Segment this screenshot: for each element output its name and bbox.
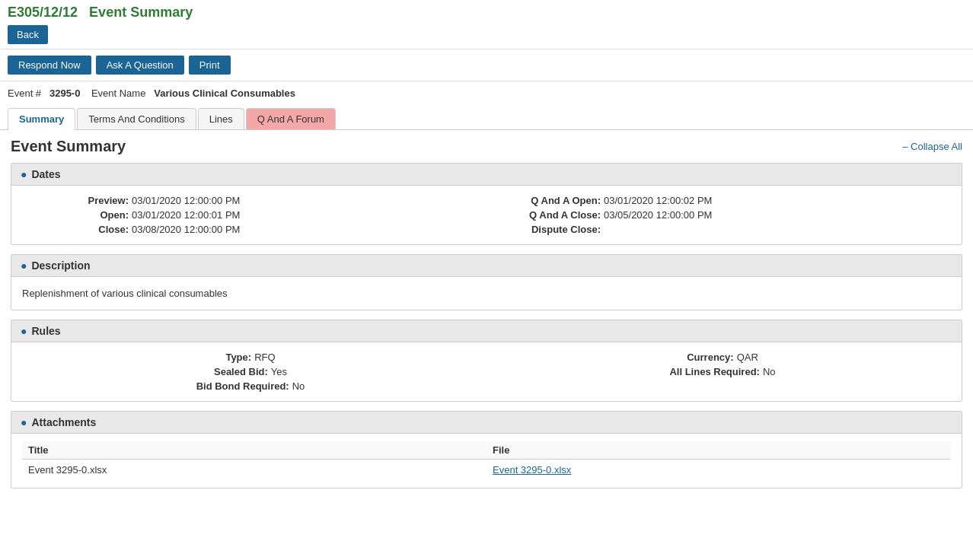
open-label: Open: [22, 209, 129, 221]
section-header: Event Summary – Collapse All [11, 138, 962, 155]
description-text: Replenishment of various clinical consum… [22, 285, 951, 302]
bid-bond-label: Bid Bond Required: [196, 380, 289, 392]
close-label: Close: [22, 224, 129, 235]
close-value: 03/08/2020 12:00:00 PM [132, 224, 240, 235]
attachment-file[interactable]: Event 3295-0.xlsx [486, 460, 951, 481]
event-info: Event # 3295-0 Event Name Various Clinic… [0, 81, 973, 105]
currency-value: QAR [737, 352, 758, 363]
description-card: ● Description Replenishment of various c… [11, 254, 962, 310]
all-lines-value: No [763, 366, 776, 377]
event-number-label: Event # [8, 88, 41, 99]
attachments-card-header: ● Attachments [11, 412, 962, 434]
sealed-bid-label: Sealed Bid: [214, 366, 268, 377]
rules-card-body: Type: RFQ Sealed Bid: Yes Bid Bond Requi… [11, 342, 962, 401]
tab-terms[interactable]: Terms And Conditions [77, 108, 196, 129]
ask-question-button[interactable]: Ask A Question [96, 56, 184, 75]
attachment-file-link[interactable]: Event 3295-0.xlsx [493, 464, 571, 476]
table-row: Event 3295-0.xlsx Event 3295-0.xlsx [22, 460, 951, 481]
col-file: File [486, 441, 951, 460]
rules-icon: ● [21, 325, 27, 337]
attachments-title: Attachments [31, 416, 96, 428]
type-label: Type: [225, 352, 251, 363]
back-button[interactable]: Back [8, 25, 48, 44]
toolbar: Respond Now Ask A Question Print [0, 49, 973, 81]
collapse-all-button[interactable]: – Collapse All [902, 141, 962, 152]
breadcrumb-text: Event Summary [89, 5, 193, 20]
attachments-card-body: Title File Event 3295-0.xlsx Event 3295-… [11, 434, 962, 488]
rules-card: ● Rules Type: RFQ Sealed Bid: Yes Bid Bo… [11, 320, 962, 402]
sealed-bid-value: Yes [271, 366, 287, 377]
event-name-label: Event Name [91, 88, 146, 99]
rules-card-header: ● Rules [11, 320, 962, 342]
dates-card: ● Dates Preview: 03/01/2020 12:00:00 PM … [11, 163, 962, 245]
type-value: RFQ [254, 352, 275, 363]
currency-label: Currency: [687, 352, 733, 363]
dates-card-body: Preview: 03/01/2020 12:00:00 PM Open: 03… [11, 186, 962, 244]
dates-title: Dates [31, 168, 60, 180]
col-title: Title [22, 441, 486, 460]
open-value: 03/01/2020 12:00:01 PM [132, 209, 240, 221]
event-summary-title: Event Summary [11, 138, 126, 155]
description-card-header: ● Description [11, 255, 962, 277]
qa-open-value: 03/01/2020 12:00:02 PM [604, 195, 712, 206]
rules-title: Rules [31, 325, 60, 337]
tab-summary[interactable]: Summary [8, 108, 75, 130]
description-icon: ● [21, 259, 27, 272]
event-name: Various Clinical Consumables [154, 88, 295, 99]
dispute-close-label: Dispute Close: [494, 224, 601, 235]
qa-close-value: 03/05/2020 12:00:00 PM [604, 209, 712, 221]
bid-bond-value: No [292, 380, 305, 392]
respond-now-button[interactable]: Respond Now [8, 56, 91, 75]
qa-close-label: Q And A Close: [494, 209, 601, 221]
breadcrumb: E305/12/12 Event Summary [8, 5, 965, 21]
preview-value: 03/01/2020 12:00:00 PM [132, 195, 240, 206]
attachment-title: Event 3295-0.xlsx [22, 460, 486, 481]
attachments-card: ● Attachments Title File Event 3295-0.xl… [11, 411, 962, 488]
preview-label: Preview: [22, 195, 129, 206]
attachments-icon: ● [21, 416, 27, 428]
description-card-body: Replenishment of various clinical consum… [11, 277, 962, 310]
event-number: 3295-0 [49, 88, 80, 99]
tab-qanda[interactable]: Q And A Forum [246, 108, 336, 129]
tabs-container: Summary Terms And Conditions Lines Q And… [0, 108, 973, 130]
qa-open-label: Q And A Open: [494, 195, 601, 206]
tab-lines[interactable]: Lines [198, 108, 244, 129]
all-lines-label: All Lines Required: [669, 366, 759, 377]
breadcrumb-path: E305/12/12 [8, 5, 78, 20]
main-content: Event Summary – Collapse All ● Dates Pre… [0, 130, 973, 505]
print-button[interactable]: Print [189, 56, 231, 75]
description-title: Description [31, 259, 90, 272]
dates-card-header: ● Dates [11, 164, 962, 186]
dates-icon: ● [21, 168, 27, 180]
attachments-table: Title File Event 3295-0.xlsx Event 3295-… [22, 441, 951, 480]
